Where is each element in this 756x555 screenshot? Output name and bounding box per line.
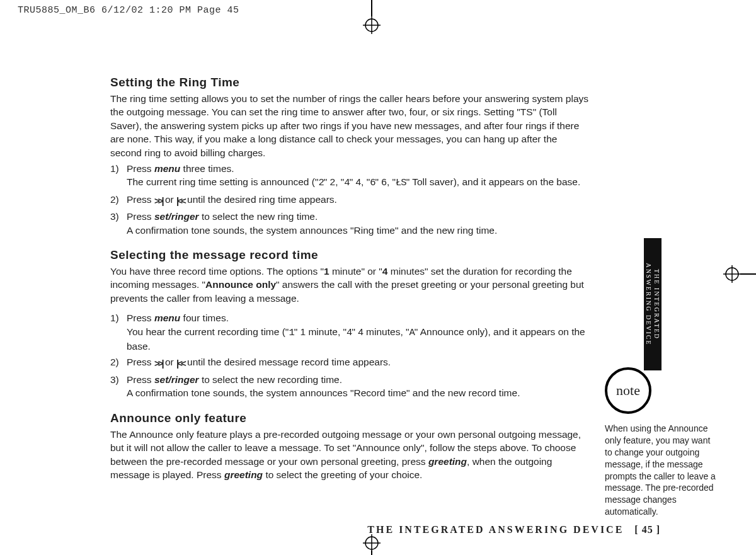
- section-ring-time: Setting the Ring Time The ring time sett…: [110, 76, 589, 237]
- note-text: When using the Announce only feature, yo…: [605, 423, 718, 518]
- heading-announce-only: Announce only feature: [110, 411, 589, 425]
- crop-mark-right-h: [740, 273, 756, 275]
- record-intro: You have three record time options. The …: [110, 265, 589, 305]
- rewind-icon: |<<: [176, 195, 185, 208]
- footer-title: THE INTEGRATED ANSWERING DEVICE: [367, 524, 624, 535]
- announce-body: The Announce only feature plays a pre-re…: [110, 428, 589, 482]
- record-step-2: 2) Press >>| or |<< until the desired me…: [110, 355, 589, 370]
- ring-step-3: 3) Press set/ringer to select the new ri…: [110, 210, 589, 237]
- record-step-1: 1) Press menu four times. You hear the c…: [110, 311, 589, 353]
- heading-record-time: Selecting the message record time: [110, 248, 589, 262]
- note-callout: note When using the Announce only featur…: [605, 367, 731, 518]
- record-step-3: 3) Press set/ringer to select the new re…: [110, 373, 589, 400]
- page-number: [ 45 ]: [634, 524, 660, 535]
- ring-step-1: 1) Press menu three times. The current r…: [110, 162, 589, 190]
- section-announce-only: Announce only feature The Announce only …: [110, 411, 589, 482]
- registration-mark-bottom: [363, 534, 381, 552]
- forward-icon: >>|: [154, 195, 163, 208]
- crop-mark-top-v: [371, 0, 372, 16]
- ring-intro: The ring time setting allows you to set …: [110, 92, 589, 159]
- registration-mark-right: [723, 265, 741, 283]
- note-icon: note: [605, 367, 651, 414]
- heading-ring-time: Setting the Ring Time: [110, 76, 589, 89]
- side-tab-label: THE INTEGRATED ANSWERING DEVICE: [644, 238, 662, 370]
- ring-step-2: 2) Press >>| or |<< until the desired ri…: [110, 193, 589, 208]
- page-content: Setting the Ring Time The ring time sett…: [110, 76, 589, 493]
- section-record-time: Selecting the message record time You ha…: [110, 248, 589, 400]
- page-footer: THE INTEGRATED ANSWERING DEVICE [ 45 ]: [367, 524, 660, 535]
- registration-mark-top: [363, 16, 381, 34]
- forward-icon: >>|: [154, 357, 163, 370]
- rewind-icon: |<<: [176, 357, 185, 370]
- print-job-header: TRU5885_OM_B6 6/12/02 1:20 PM Page 45: [18, 5, 239, 16]
